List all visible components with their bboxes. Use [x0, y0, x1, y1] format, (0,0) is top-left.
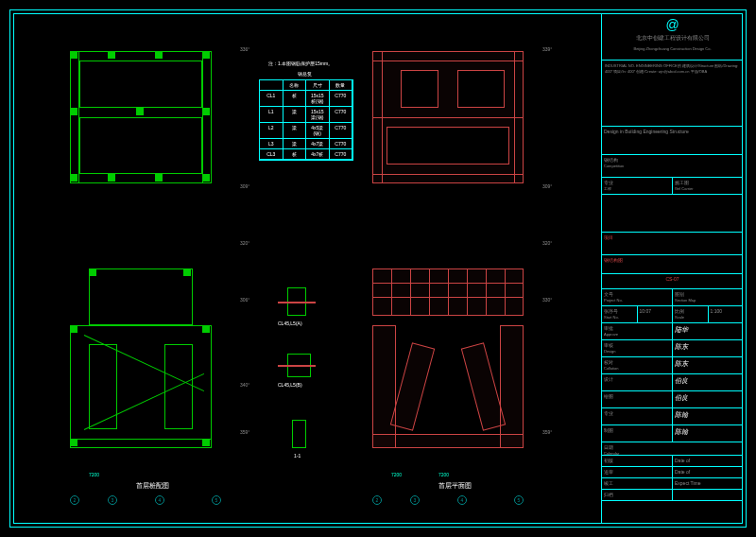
elev-bl-3: 340° — [240, 382, 249, 388]
grid-4-r: 4 — [457, 495, 467, 505]
title-left: 首层桩配图 — [136, 481, 169, 491]
grid-3-r: 3 — [410, 495, 420, 505]
company-en: Beijing Zhongchuang Construction Design … — [606, 44, 739, 53]
elev-bl-2: 306° — [240, 297, 249, 303]
dim-1: 7200 — [89, 472, 99, 477]
at-logo: @ — [606, 17, 739, 32]
detail-1: CL45,L5(A) — [278, 287, 325, 325]
detail-3: 1-1 — [283, 420, 320, 458]
drawing-area: 336° 309° 339° 309° 320° 306° 340° 359° — [13, 13, 601, 524]
plan-top-left — [60, 42, 231, 193]
elev-tr-2: 309° — [542, 183, 552, 189]
elev-tl-2: 309° — [240, 183, 249, 189]
grid-2-r: 2 — [372, 495, 382, 505]
logo-area: @ 北京中创建工程设计有限公司 Beijing Zhongchuang Cons… — [602, 13, 743, 61]
title-note: 注：1.本图钢筋保护层15mm。 — [268, 61, 333, 66]
drawing-name: 钢结构图 — [602, 255, 743, 274]
table-title: 钢悬复 — [298, 71, 312, 77]
detail-2: CL45,L5(B) — [278, 354, 325, 391]
elev-bl-4: 359° — [240, 429, 249, 435]
notes: INDUSTRIAL NO. ENGINEERING OFFICE的 建筑设计/… — [602, 61, 743, 127]
plan-bot-left — [60, 259, 231, 458]
member-table: 钢悬复 名称 尺寸 数量 CL1桩15x15桩(钢)C770 L1梁15x15梁… — [259, 79, 353, 161]
elev-tr-1: 339° — [542, 46, 552, 52]
company-name: 北京中创建工程设计有限公司 — [606, 32, 739, 44]
drawing-no: CS-07 — [602, 274, 743, 289]
phase2: 项目 — [602, 233, 743, 255]
dim-2: 7200 — [391, 472, 402, 477]
elev-tl-1: 336° — [240, 46, 249, 52]
plan-bot-right — [363, 259, 533, 458]
dim-3: 7200 — [438, 472, 449, 477]
grid-3-l: 3 — [108, 495, 117, 505]
grid-5-l: 5 — [212, 495, 221, 505]
grid-2-l: 2 — [70, 495, 79, 505]
design-note: Design in Building Engineering Structure — [602, 127, 743, 155]
title-right: 首层平面图 — [438, 481, 472, 491]
grid-5-r: 5 — [514, 495, 524, 505]
elev-bl-1: 320° — [240, 240, 249, 246]
title-block: @ 北京中创建工程设计有限公司 Beijing Zhongchuang Cons… — [601, 13, 743, 524]
elev-br-2: 330° — [542, 297, 552, 303]
plan-top-right — [363, 42, 533, 193]
grid-4-l: 4 — [155, 495, 164, 505]
elev-br-1: 320° — [542, 240, 552, 246]
elev-br-3: 359° — [542, 429, 552, 435]
